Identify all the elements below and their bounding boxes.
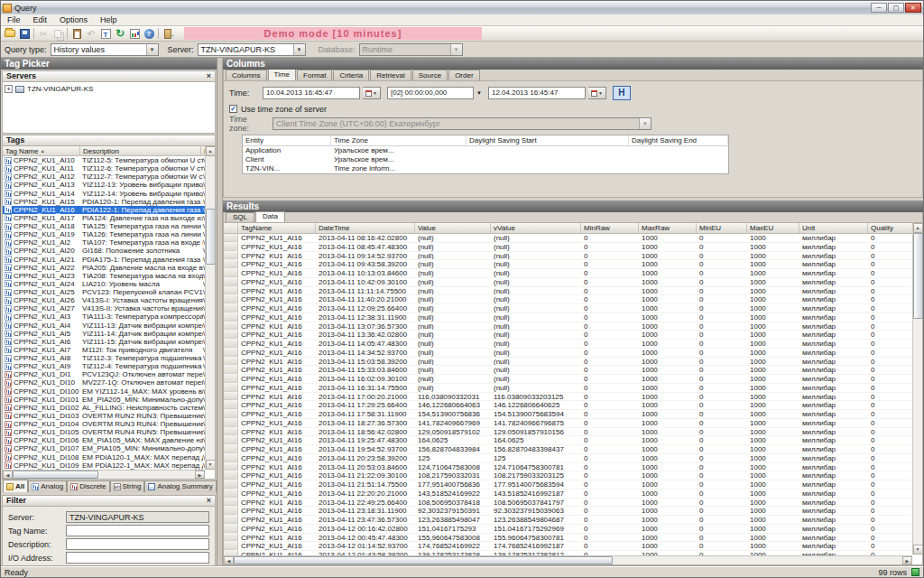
query-type-combo[interactable]: History values ▼ (51, 43, 159, 56)
table-row[interactable]: CPPN2_KU1_AI162013-04-11 20:53:03.846001… (224, 463, 912, 472)
tag-row[interactable]: CPPN2_KU1_AI13YIZ112-13: Уровень вибраци… (3, 181, 215, 189)
close-icon[interactable]: × (207, 497, 211, 505)
tab-time[interactable]: Time (268, 70, 296, 80)
table-row[interactable]: CPPN2_KU1_AI162013-04-11 20:23:58.392001… (224, 454, 912, 463)
restore-button[interactable]: ▢ (888, 3, 904, 13)
results-col-maxraw[interactable]: MaxRaw (639, 223, 697, 233)
table-row[interactable]: CPPN2_KU1_AI162013-04-11 09:14:52.93700(… (224, 252, 912, 261)
tag-tab-asummary[interactable]: Analog Summary (144, 480, 216, 492)
minimize-button[interactable]: ─ (871, 3, 887, 13)
filter-io-input[interactable] (66, 552, 209, 564)
filter-description-input[interactable] (66, 538, 209, 550)
scroll-right-icon[interactable]: ▶ (902, 556, 912, 564)
tag-row[interactable]: CPPN2_KU1_AI19TIA126: Температура газа н… (3, 230, 215, 238)
table-row[interactable]: CPPN2_KU1_AI162013-04-11 15:33:03.84600(… (224, 366, 912, 375)
scroll-down-icon[interactable]: ▼ (206, 460, 216, 470)
server-tree-item[interactable]: + TZN-VINGAPUR-KS (5, 85, 213, 93)
table-row[interactable]: CPPN2_KU1_AI162013-04-11 19:54:52.937001… (224, 445, 912, 454)
tag-row[interactable]: CPPN2_KU1_AI7M112I: Ток приводного двига… (3, 346, 215, 354)
tag-row[interactable]: CPPN2_KU1_DI1PCV123QJ: Отключен автомат … (3, 370, 215, 378)
table-row[interactable]: CPPN2_KU1_AI162013-04-11 08:45:47.48300(… (224, 243, 912, 252)
tag-row[interactable]: CPPN2_KU1_AI10TIZ112-5: Температура обмо… (3, 156, 215, 164)
scroll-up-icon[interactable]: ▲ (913, 223, 923, 233)
scroll-right-icon[interactable]: ▶ (195, 471, 205, 479)
tag-tab-all[interactable]: All (3, 480, 28, 492)
table-row[interactable]: CPPN2_KU1_AI162013-04-11 17:29:25.664001… (224, 401, 912, 410)
use-timezone-checkbox[interactable]: ✓ (229, 105, 237, 113)
tags-vertical-scrollbar[interactable]: ▲ ▼ (205, 146, 215, 470)
tag-row[interactable]: CPPN2_KU1_AI25PCV123: Перепускной клапан… (3, 288, 215, 296)
tag-row[interactable]: CPPN2_KU1_DI106EM_PIA105_MAX: MAX давлен… (3, 436, 215, 444)
table-row[interactable]: CPPN2_KU1_AI162013-04-11 15:03:58.39200(… (224, 358, 912, 367)
menu-options[interactable]: Options (53, 14, 94, 26)
help-icon[interactable] (142, 27, 156, 41)
table-row[interactable]: CPPN2_KU1_AI162013-04-11 11:40:20.21000(… (224, 295, 912, 304)
chart-icon[interactable] (127, 27, 142, 41)
table-row[interactable]: CPPN2_KU1_AI162013-04-11 22:49:25.664001… (224, 499, 912, 508)
table-row[interactable]: CPPN2_KU1_AI162013-04-11 17:58:31.119001… (224, 410, 912, 419)
table-row[interactable]: CPPN2_KU1_AI162013-04-11 23:18:31.119009… (224, 507, 912, 516)
tag-row[interactable]: CPPN2_KU1_DI109EM PDIA122-1_MAX: MAX пер… (3, 461, 215, 470)
tag-row[interactable]: CPPN2_KU1_AI21PDIA175-1: Перепад давлени… (3, 256, 215, 264)
tag-row[interactable]: CPPN2_KU1_AI5YIZ111-14: Датчик вибрации … (3, 330, 215, 338)
tag-row[interactable]: CPPN2_KU1_AI2TIA107: Температура газа на… (3, 238, 215, 247)
tab-retrieval[interactable]: Retrieval (370, 70, 411, 80)
tab-sql[interactable]: SQL (226, 212, 254, 222)
paste-icon[interactable] (69, 27, 84, 41)
tab-data[interactable]: Data (255, 211, 285, 222)
results-vertical-scrollbar[interactable]: ▲ ▼ (912, 223, 922, 555)
results-horizontal-scrollbar[interactable]: ◀ ▶ (224, 555, 912, 564)
tags-horizontal-scrollbar[interactable]: ◀ ▶ (3, 470, 205, 479)
tag-row[interactable]: CPPN2_KU1_AI24LIA210: Уровень масла\ (3, 280, 215, 288)
scrollbar-thumb[interactable] (206, 209, 216, 265)
tag-tab-analog[interactable]: Analog (28, 480, 67, 492)
filter-tagname-input[interactable] (66, 525, 209, 536)
tag-row[interactable]: CPPN2_KU1_AI23TIA208: Температура масла … (3, 272, 215, 280)
menu-help[interactable]: Help (94, 14, 124, 26)
close-icon[interactable]: × (207, 72, 211, 80)
close-button[interactable]: ✕ (905, 3, 921, 13)
table-row[interactable]: CPPN2_KU1_AI162013-04-11 21:51:14.755001… (224, 480, 912, 489)
table-row[interactable]: CPPN2_KU1_AI162013-04-11 16:02:09.30100(… (224, 375, 912, 384)
tag-row[interactable]: CPPN2_KU1_AI14YIZ112-14: Уровень вибраци… (3, 190, 215, 198)
results-col-quality[interactable]: Quality (868, 223, 914, 233)
table-row[interactable]: CPPN2_KU1_AI162013-04-11 10:42:09.30100(… (224, 278, 912, 287)
results-col-maxeu[interactable]: MaxEU (747, 223, 799, 233)
menu-edit[interactable]: Edit (27, 14, 54, 26)
table-row[interactable]: CPPN2_KU1_AI162013-04-11 19:25:47.483001… (224, 436, 912, 445)
table-row[interactable]: CPPN2_KU1_AI162013-04-12 00:16:42.028001… (224, 525, 912, 534)
tag-row[interactable]: CPPN2_KU1_AI20GI168: Положение золотника… (3, 247, 215, 255)
tags-col-tagname[interactable]: Tag Name ▲ (3, 146, 80, 155)
tag-row[interactable]: CPPN2_KU1_DI104OVERTM RUN3 RUN4: Превыше… (3, 420, 215, 428)
tag-row[interactable]: CPPN2_KU1_DI105OVERTM RUN4 RUN5: Превыше… (3, 428, 215, 436)
tag-row[interactable]: CPPN2_KU1_AI18TIA125: Температура газа н… (3, 222, 215, 230)
results-col-unit[interactable]: Unit (799, 223, 868, 233)
tag-row[interactable]: CPPN2_KU1_AI8TIZ112-3: Температура подши… (3, 354, 215, 362)
tag-row[interactable]: CPPN2_KU1_DI102AL_FILLING: Неисправность… (3, 404, 215, 412)
table-row[interactable]: CPPN2_KU1_AI162013-04-11 16:31:14.75500(… (224, 384, 912, 393)
results-col-value[interactable]: Value (415, 223, 491, 233)
table-row[interactable]: CPPN2_KU1_AI162013-04-11 13:07:36.57300(… (224, 322, 912, 331)
chevron-down-icon[interactable]: ▼ (476, 90, 482, 96)
table-row[interactable]: CPPN2_KU1_AI162013-04-11 09:43:58.39200(… (224, 260, 912, 269)
end-time-field[interactable]: 12.04.2013 16:45:47 (488, 87, 586, 99)
table-row[interactable]: CPPN2_KU1_AI162013-04-11 12:09:25.66400(… (224, 304, 912, 313)
menu-file[interactable]: File (1, 14, 27, 26)
results-col-minraw[interactable]: MinRaw (581, 223, 639, 233)
tag-row[interactable]: CPPN2_KU1_AI6YIZ111-15: Датчик вибрации … (3, 338, 215, 346)
tab-format[interactable]: Format (297, 70, 332, 80)
table-row[interactable]: CPPN2_KU1_AI162013-04-11 21:22:09.301001… (224, 471, 912, 480)
tag-row[interactable]: CPPN2_KU1_AI4YIZ111-13: Датчик вибрации … (3, 322, 215, 330)
tag-row[interactable]: CPPN2_KU1_DI108EM PDIA120-1_MAX: MAX пер… (3, 453, 215, 461)
table-row[interactable]: CPPN2_KU1_AI162013-04-11 17:00:20.210001… (224, 393, 912, 402)
tag-row[interactable]: CPPN2_KU1_AI16PDIA122-1: Перепад давлени… (3, 206, 215, 214)
tag-row[interactable]: CPPN2_KU1_DI107EM_PIA105_MIN: Минимально… (3, 444, 215, 452)
tab-order[interactable]: Order (448, 70, 479, 80)
table-row[interactable]: CPPN2_KU1_AI162013-04-11 08:16:42.02800(… (224, 234, 912, 243)
tag-row[interactable]: CPPN2_KU1_AI11TIZ112-6: Температура обмо… (3, 164, 215, 172)
tag-tab-discrete[interactable]: Discrete (67, 480, 109, 492)
scroll-up-icon[interactable]: ▲ (206, 146, 216, 156)
scroll-left-icon[interactable]: ◀ (3, 471, 13, 479)
tree-expander-icon[interactable]: + (5, 85, 13, 93)
tag-row[interactable]: CPPN2_KU1_AI15PDIA120-1: Перепад давлени… (3, 198, 215, 206)
